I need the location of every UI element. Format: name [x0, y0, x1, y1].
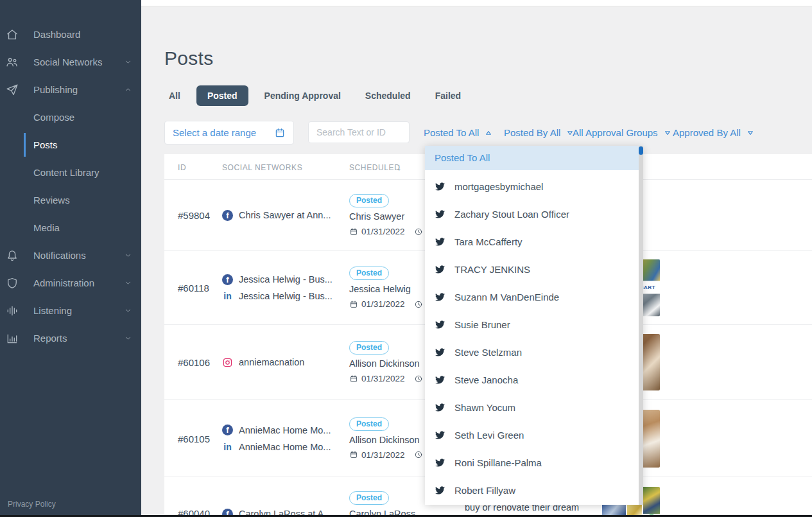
dropdown-option-label: Tara McCafferty — [454, 236, 523, 247]
column-header-social-networks: SOCIAL NETWORKS — [222, 163, 302, 172]
status-badge: Posted — [349, 491, 389, 505]
sidebar-item-label: Dashboard — [33, 29, 80, 40]
status-badge: Posted — [349, 341, 389, 355]
sidebar-item-dashboard[interactable]: Dashboard — [0, 21, 141, 48]
clock-icon — [414, 227, 423, 236]
sidebar-item-reviews[interactable]: Reviews — [0, 186, 141, 214]
media-segment — [643, 487, 660, 514]
sidebar-item-content-library[interactable]: Content Library — [0, 159, 141, 186]
sidebar-item-label: Reports — [33, 333, 67, 344]
twitter-icon — [435, 265, 445, 274]
social-network-line: anniemacnation — [222, 354, 304, 371]
privacy-policy-link[interactable]: Privacy Policy — [8, 500, 56, 509]
dropdown-option-label: Steve Janocha — [454, 374, 518, 385]
tab-posted[interactable]: Posted — [196, 85, 248, 106]
post-social-networks: fChris Sawyer at Ann... — [222, 207, 331, 223]
dropdown-option-label: Shawn Yocum — [454, 402, 515, 413]
chevron-down-icon — [124, 334, 132, 342]
dropdown-option-label: TRACY JENKINS — [454, 264, 530, 275]
social-network-name: Jessica Helwig - Bus... — [239, 291, 333, 301]
twitter-icon — [435, 209, 445, 219]
dropdown-option-suzann-m-vandeneinde[interactable]: Suzann M VanDenEinde — [425, 283, 639, 311]
sidebar-item-label: Administration — [33, 277, 94, 288]
dropdown-option-robert-fillyaw[interactable]: Robert Fillyaw — [425, 477, 639, 504]
chevron-down-icon — [124, 58, 132, 66]
dropdown-option-roni-spillane-palma[interactable]: Roni Spillane-Palma — [425, 449, 639, 477]
dropdown-option-label: Suzann M VanDenEinde — [454, 292, 559, 302]
chevron-up-icon — [124, 85, 132, 94]
facebook-icon: f — [222, 425, 233, 435]
dropdown-scrollbar-track[interactable] — [639, 146, 643, 505]
status-tabs: AllPostedPending ApprovalScheduledFailed — [160, 85, 469, 106]
tab-failed[interactable]: Failed — [427, 85, 469, 106]
social-network-line: fChris Sawyer at Ann... — [222, 207, 331, 223]
search-input[interactable] — [308, 121, 410, 143]
approved-by-filter[interactable]: Approved By All — [673, 127, 754, 138]
chevron-down-icon — [124, 306, 132, 315]
dropdown-option-label: Robert Fillyaw — [454, 485, 515, 496]
linkedin-icon: in — [222, 442, 233, 452]
dropdown-scrollbar-thumb[interactable] — [639, 146, 643, 155]
sidebar-item-notifications[interactable]: Notifications — [0, 241, 141, 269]
tab-pending-approval[interactable]: Pending Approval — [256, 85, 349, 106]
sidebar-item-posts[interactable]: Posts — [0, 131, 141, 159]
sidebar-item-label: Publishing — [33, 84, 78, 95]
chart-icon — [6, 332, 19, 345]
tab-all[interactable]: All — [160, 85, 189, 106]
sidebar-item-label: Listening — [33, 305, 72, 316]
send-icon — [6, 83, 19, 96]
social-network-line: inAnnieMac Home Mo... — [222, 439, 331, 455]
sidebar-item-compose[interactable]: Compose — [0, 103, 141, 131]
posted-to-filter[interactable]: Posted To All — [424, 127, 492, 138]
column-header-scheduled[interactable]: SCHEDULED — [349, 163, 400, 172]
twitter-icon — [435, 430, 445, 440]
sidebar-item-label: Social Networks — [33, 57, 103, 67]
triangle-down-icon — [747, 129, 754, 137]
sidebar-item-social-networks[interactable]: Social Networks — [0, 48, 141, 76]
sidebar-item-administration[interactable]: Administration — [0, 269, 141, 297]
dropdown-option-seth-levi-green[interactable]: Seth Levi Green — [425, 421, 639, 449]
sidebar-item-media[interactable]: Media — [0, 214, 141, 241]
dropdown-option-steve-stelzman[interactable]: Steve Stelzman — [425, 338, 639, 366]
tab-scheduled[interactable]: Scheduled — [357, 85, 419, 106]
dropdown-option-zachary-stout-loan-officer[interactable]: Zachary Stout Loan Officer — [425, 200, 639, 228]
dropdown-option-posted-to-all[interactable]: Posted To All — [425, 146, 643, 170]
scheduled-date: 01/31/2022 — [361, 450, 405, 460]
facebook-icon: f — [222, 210, 233, 221]
dropdown-option-tara-mccafferty[interactable]: Tara McCafferty — [425, 228, 639, 256]
dropdown-option-shawn-yocum[interactable]: Shawn Yocum — [425, 394, 639, 421]
dropdown-option-steve-janocha[interactable]: Steve Janocha — [425, 366, 639, 394]
chevron-down-icon — [124, 251, 132, 259]
social-network-name: AnnieMac Home Mo... — [239, 442, 331, 452]
approval-groups-filter[interactable]: All Approval Groups — [573, 127, 671, 138]
sidebar-item-label: Content Library — [33, 167, 99, 178]
wave-icon — [6, 304, 19, 317]
posted-to-label: Posted To All — [424, 127, 479, 138]
dropdown-option-susie-bruner[interactable]: Susie Bruner — [425, 311, 639, 338]
twitter-icon — [435, 292, 445, 302]
dropdown-option-tracy-jenkins[interactable]: TRACY JENKINS — [425, 256, 639, 283]
social-network-line: fJessica Helwig - Bus... — [222, 271, 333, 288]
dropdown-option-mortgagesbymichael[interactable]: mortgagesbymichael — [425, 173, 639, 200]
dropdown-option-label: Seth Levi Green — [454, 430, 524, 441]
calendar-icon — [349, 227, 358, 236]
post-social-networks: anniemacnation — [222, 354, 304, 371]
date-range-picker[interactable]: Select a date range — [164, 121, 294, 145]
post-id: #60106 — [178, 357, 210, 368]
date-range-label: Select a date range — [173, 127, 274, 138]
home-icon — [6, 28, 19, 41]
sort-desc-icon[interactable]: ↓ — [397, 161, 402, 172]
scheduled-date: 01/31/2022 — [361, 374, 405, 383]
posted-by-filter[interactable]: Posted By All — [504, 127, 574, 138]
approval-groups-label: All Approval Groups — [573, 127, 658, 138]
media-segment — [602, 505, 626, 515]
dropdown-option-label: mortgagesbymichael — [454, 181, 543, 192]
post-social-networks: fAnnieMac Home Mo...inAnnieMac Home Mo..… — [222, 422, 331, 455]
social-network-name: anniemacnation — [239, 357, 304, 367]
triangle-down-icon — [664, 129, 671, 137]
sidebar-item-publishing[interactable]: Publishing — [0, 76, 141, 103]
dropdown-options-list: mortgagesbymichaelZachary Stout Loan Off… — [425, 173, 639, 504]
calendar-icon — [349, 374, 358, 383]
sidebar-item-listening[interactable]: Listening — [0, 297, 141, 324]
sidebar-item-reports[interactable]: Reports — [0, 324, 141, 352]
